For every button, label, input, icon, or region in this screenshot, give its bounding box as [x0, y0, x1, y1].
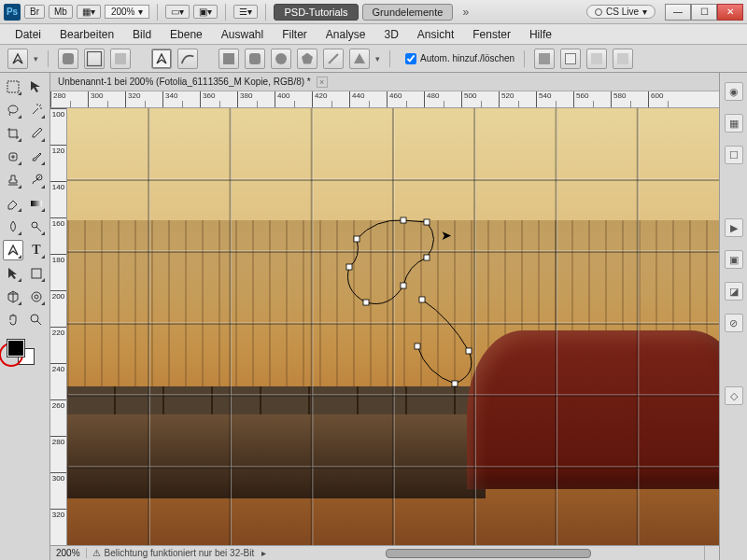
marquee-tool[interactable] [3, 77, 23, 97]
svg-rect-38 [401, 283, 406, 288]
eyedropper-tool[interactable] [26, 123, 47, 144]
svg-rect-39 [363, 300, 369, 305]
auto-add-delete-input[interactable] [405, 53, 416, 64]
ruler-tick: 520 [499, 91, 536, 107]
dodge-tool[interactable] [26, 217, 47, 237]
menu-bild[interactable]: Bild [123, 25, 161, 44]
layers-panel-icon[interactable]: ◪ [725, 282, 743, 301]
screenmode-chip[interactable]: ▣▾ [193, 5, 218, 19]
viewmode-chip[interactable]: ▦▾ [77, 5, 101, 19]
color-swatches[interactable] [3, 337, 47, 367]
zoom-level[interactable]: 200% [50, 548, 87, 558]
shape-custom-button[interactable] [349, 49, 370, 69]
paths-panel-icon[interactable]: ◇ [725, 386, 743, 405]
styles-panel-icon[interactable]: ☐ [725, 146, 743, 164]
canvas[interactable]: ➤ [67, 108, 719, 545]
channels-panel-icon[interactable]: ⊘ [725, 314, 743, 332]
vertical-ruler[interactable]: 100 120 140 160 180 200 220 240 260 280 … [50, 108, 67, 545]
cslive-button[interactable]: CS Live▾ [586, 5, 655, 19]
pen-tool-button[interactable] [151, 49, 172, 69]
shape-tool[interactable] [26, 263, 47, 284]
masks-panel-icon[interactable]: ▣ [725, 250, 743, 269]
chevron-down-icon[interactable]: ▾ [375, 54, 380, 63]
pathop-subtract-button[interactable] [560, 49, 581, 69]
mode-shapelayers-button[interactable] [58, 49, 78, 69]
horizontal-scrollbar[interactable] [386, 549, 591, 558]
menu-ebene[interactable]: Ebene [161, 25, 212, 44]
auto-add-delete-checkbox[interactable]: Autom. hinzuf./löschen [405, 53, 514, 64]
horizontal-ruler[interactable]: 280 300 320 340 360 380 400 420 440 460 … [50, 91, 719, 108]
maximize-button[interactable]: ☐ [691, 4, 717, 21]
move-tool[interactable] [26, 77, 47, 97]
blur-tool[interactable] [3, 217, 23, 237]
menu-analyse[interactable]: Analyse [317, 25, 375, 44]
heal-tool[interactable] [3, 147, 23, 167]
arrange-chip[interactable]: ▭▾ [165, 5, 190, 19]
ruler-tick: 300 [88, 91, 125, 107]
mode-fillpixels-button[interactable] [110, 49, 131, 69]
pathop-intersect-button[interactable] [586, 49, 607, 69]
ruler-tick: 340 [162, 91, 200, 107]
color-panel-icon[interactable]: ◉ [725, 82, 743, 101]
shape-rect-button[interactable] [218, 49, 239, 69]
svg-rect-42 [419, 297, 425, 302]
extras-chip[interactable]: ☰▾ [233, 5, 258, 19]
3d-tool[interactable] [3, 287, 23, 307]
more-workspaces-icon[interactable]: » [457, 6, 474, 19]
menu-hilfe[interactable]: Hilfe [520, 25, 561, 44]
bridge-chip[interactable]: Br [24, 5, 45, 19]
active-path[interactable] [338, 211, 525, 398]
ruler-tick: 180 [50, 254, 66, 290]
close-document-icon[interactable]: × [317, 77, 328, 88]
menu-filter[interactable]: Filter [273, 25, 317, 44]
stamp-tool[interactable] [3, 170, 23, 190]
workspace-tab-active[interactable]: PSD-Tutorials [274, 4, 358, 21]
type-tool[interactable]: T [26, 240, 47, 260]
menu-auswahl[interactable]: Auswahl [212, 25, 273, 44]
menu-3d[interactable]: 3D [375, 25, 408, 44]
ruler-tick: 580 [611, 91, 648, 107]
close-button[interactable]: ✕ [717, 4, 743, 21]
zoom-dropdown[interactable]: 200%▾ [105, 5, 150, 19]
chevron-right-icon[interactable]: ▸ [261, 548, 266, 558]
adjustments-panel-icon[interactable]: ▶ [725, 218, 743, 237]
gradient-tool[interactable] [26, 193, 47, 214]
pathop-combine-button[interactable] [534, 49, 555, 69]
shape-polygon-button[interactable] [297, 49, 317, 69]
minibridge-chip[interactable]: Mb [49, 5, 73, 19]
auto-add-delete-label: Autom. hinzuf./löschen [420, 53, 514, 63]
status-bar: 200% ⚠ Belichtung funktioniert nur bei 3… [50, 545, 719, 560]
zoom-tool[interactable] [26, 310, 47, 330]
shape-line-button[interactable] [323, 49, 344, 69]
3d-camera-tool[interactable] [26, 287, 47, 307]
minimize-button[interactable]: — [665, 4, 691, 21]
path-selection-tool[interactable] [3, 263, 23, 284]
pathop-exclude-button[interactable] [613, 49, 633, 69]
menu-fenster[interactable]: Fenster [463, 25, 520, 44]
chevron-down-icon[interactable]: ▾ [34, 54, 38, 63]
history-brush-tool[interactable] [26, 170, 47, 190]
ruler-tick: 560 [573, 91, 611, 107]
pen-tool[interactable] [3, 240, 23, 260]
crop-tool[interactable] [3, 123, 23, 144]
shape-rrect-button[interactable] [245, 49, 265, 69]
mode-paths-button[interactable] [84, 49, 105, 69]
menu-ansicht[interactable]: Ansicht [408, 25, 463, 44]
workspace-tab[interactable]: Grundelemente [362, 4, 454, 21]
menu-datei[interactable]: Datei [6, 25, 50, 44]
hand-tool[interactable] [3, 310, 23, 330]
ruler-tick: 440 [349, 91, 387, 107]
menu-bearbeiten[interactable]: Bearbeiten [50, 25, 123, 44]
brush-tool[interactable] [26, 147, 47, 167]
ruler-tick: 300 [50, 472, 66, 509]
eraser-tool[interactable] [3, 193, 23, 214]
current-tool-icon[interactable] [7, 49, 28, 69]
document-tab[interactable]: Unbenannt-1 bei 200% (Fotolia_6111356_M … [50, 73, 719, 91]
svg-rect-43 [466, 348, 472, 354]
wand-tool[interactable] [26, 100, 47, 120]
freeform-pen-button[interactable] [177, 49, 198, 69]
swatches-panel-icon[interactable]: ▦ [725, 114, 743, 133]
lasso-tool[interactable] [3, 100, 23, 120]
shape-ellipse-button[interactable] [271, 49, 291, 69]
foreground-color[interactable] [7, 340, 24, 357]
